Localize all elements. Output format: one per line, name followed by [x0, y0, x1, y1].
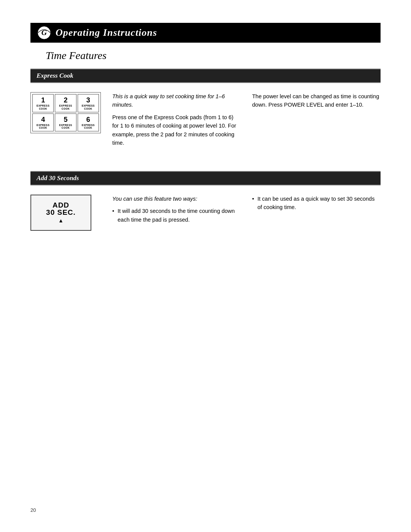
- pad-2: 2 EXPRESS COOK: [55, 94, 76, 112]
- page: G Operating Instructions Time Features E…: [0, 0, 411, 532]
- express-cook-col2: The power level can be changed as time i…: [252, 92, 381, 151]
- express-cook-section: Express Cook 1 EXPRESS COOK 2 EXPRESS CO…: [30, 69, 381, 163]
- pad-4: 4 EXPRESS COOK: [32, 113, 54, 132]
- add-30-content: ADD 30 SEC. ▲ You can use this feature t…: [30, 185, 381, 243]
- express-cook-intro: This is a quick way to set cooking time …: [112, 92, 241, 109]
- express-cook-body: Press one of the Express Cook pads (from…: [112, 113, 241, 147]
- add-30-seconds-section: Add 30 Seconds ADD 30 SEC. ▲ You can use…: [30, 171, 381, 243]
- express-cook-side: The power level can be changed as time i…: [252, 92, 381, 109]
- pad-1: 1 EXPRESS COOK: [32, 94, 54, 112]
- add30-bullet1: It will add 30 seconds to the time count…: [112, 207, 241, 224]
- express-cook-text-area: This is a quick way to set cooking time …: [112, 92, 381, 151]
- add30-text-add: ADD: [53, 201, 69, 209]
- add30-arrow-icon: ▲: [58, 217, 64, 224]
- add30-bullet-list: It will add 30 seconds to the time count…: [112, 207, 241, 224]
- add30-intro: You can use this feature two ways:: [112, 195, 241, 203]
- section-title: Time Features: [46, 50, 381, 62]
- add30-text-sec: 30 SEC.: [46, 209, 76, 216]
- pad-grid-container: 1 EXPRESS COOK 2 EXPRESS COOK 3 EXPRESS …: [30, 92, 101, 151]
- express-cook-col1: This is a quick way to set cooking time …: [112, 92, 241, 151]
- add30-text-area: You can use this feature two ways: It wi…: [112, 195, 381, 231]
- pad-3: 3 EXPRESS COOK: [78, 94, 99, 112]
- add30-col2: It can be used as a quick way to set 30 …: [252, 195, 381, 231]
- pad-6: 6 EXPRESS COOK: [78, 113, 99, 132]
- add30-btn-container: ADD 30 SEC. ▲: [30, 195, 101, 231]
- pad-5: 5 EXPRESS COOK: [55, 113, 76, 132]
- add-30-title: Add 30 Seconds: [37, 174, 79, 182]
- express-cook-title: Express Cook: [37, 72, 73, 80]
- add-30-button-visual: ADD 30 SEC. ▲: [30, 195, 91, 231]
- express-cook-header: Express Cook: [30, 69, 381, 82]
- add30-bullet2: It can be used as a quick way to set 30 …: [252, 195, 381, 212]
- express-cook-pad-grid: 1 EXPRESS COOK 2 EXPRESS COOK 3 EXPRESS …: [30, 92, 101, 133]
- add30-col1: You can use this feature two ways: It wi…: [112, 195, 241, 231]
- add-30-header: Add 30 Seconds: [30, 172, 381, 185]
- header-title: Operating Instructions: [56, 27, 157, 38]
- ge-logo-icon: G: [37, 26, 51, 40]
- header-bar: G Operating Instructions: [30, 23, 381, 43]
- add30-bullet-list2: It can be used as a quick way to set 30 …: [252, 195, 381, 212]
- express-cook-content: 1 EXPRESS COOK 2 EXPRESS COOK 3 EXPRESS …: [30, 83, 381, 163]
- page-number: 20: [30, 507, 36, 513]
